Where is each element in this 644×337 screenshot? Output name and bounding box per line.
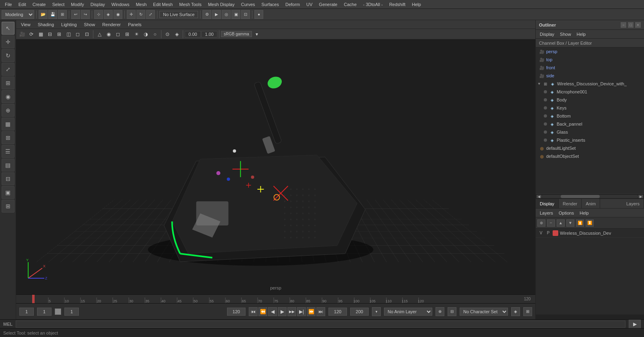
xray-btn[interactable]: ◈ <box>172 30 181 38</box>
view-menu-renderer[interactable]: Renderer <box>99 21 124 28</box>
save-btn[interactable]: 💾 <box>48 10 57 19</box>
outliner-item-body[interactable]: ◈ Body <box>536 96 644 104</box>
layer-icon-btn[interactable]: ⊞ <box>2 200 14 213</box>
layer-down-btn[interactable]: ▼ <box>566 219 574 227</box>
smooth-shade-btn[interactable]: ◉ <box>104 30 113 38</box>
transform-btn[interactable]: ✛ <box>127 10 136 19</box>
mel-run-btn[interactable]: ▶ <box>629 320 641 329</box>
menu-uv[interactable]: UV <box>303 1 316 8</box>
select-tool-btn[interactable]: ⊹ <box>94 10 103 19</box>
menu-redshift[interactable]: Redshift <box>386 1 409 8</box>
end-frame-display[interactable] <box>227 308 246 316</box>
tab-render[interactable]: Render <box>559 199 582 208</box>
title-safe-btn[interactable]: ◻ <box>73 30 82 38</box>
char-set-btn2[interactable]: ⊞ <box>523 307 532 316</box>
layer-up-btn[interactable]: ▲ <box>557 219 565 227</box>
scale-btn[interactable]: ⤢ <box>146 10 155 19</box>
menu-create[interactable]: Create <box>29 1 49 8</box>
save-new-btn[interactable]: ⊞ <box>58 10 67 19</box>
outliner-help-menu[interactable]: Help <box>574 31 588 37</box>
grid-icon-btn[interactable]: ▦ <box>2 118 14 130</box>
outliner-item-lightset[interactable]: ◎ defaultLightSet <box>536 144 644 152</box>
goto-start-btn[interactable]: ⏮ <box>249 307 258 316</box>
menu-edit[interactable]: Edit <box>15 1 29 8</box>
mode-dropdown[interactable]: Modeling Rigging Animation FX Rendering <box>2 10 34 19</box>
layer-row-device[interactable]: V P Wireless_Discussion_Dev <box>536 229 644 238</box>
menu-display[interactable]: Display <box>87 1 108 8</box>
render-view-btn[interactable]: ▣ <box>231 10 240 19</box>
layer-bottom-btn[interactable]: ⏬ <box>586 219 594 227</box>
field-chart-btn[interactable]: ⊡ <box>83 30 91 38</box>
soft-select-icon-btn[interactable]: ◉ <box>2 90 14 103</box>
outliner-item-plastic[interactable]: ◈ Plastic_inserts <box>536 136 644 144</box>
paint-btn[interactable]: ◉ <box>114 10 122 19</box>
input-icon-btn[interactable]: ☰ <box>2 145 14 158</box>
channel-icon-btn[interactable]: ▣ <box>2 186 14 199</box>
snap-icon-btn[interactable]: ⊞ <box>2 131 14 144</box>
ao-btn[interactable]: ○ <box>151 30 159 38</box>
isolate-btn[interactable]: ⊙ <box>163 30 172 38</box>
outliner-item-objectset[interactable]: ◎ defaultObjectSet <box>536 152 644 160</box>
menu-deform[interactable]: Deform <box>282 1 303 8</box>
outliner-show-menu[interactable]: Show <box>557 31 574 37</box>
outliner-maximize-btn[interactable]: □ <box>628 22 634 28</box>
next-frame-btn[interactable]: ⏩ <box>307 307 316 316</box>
menu-select[interactable]: Select <box>49 1 68 8</box>
new-layer-btn[interactable]: ⊕ <box>537 219 545 227</box>
show-manip-icon-btn[interactable]: ⊕ <box>2 104 14 117</box>
view-menu-lighting[interactable]: Lighting <box>58 21 80 28</box>
open-folder-btn[interactable]: 📂 <box>39 10 47 19</box>
tab-layers-label[interactable]: Layers <box>622 199 644 208</box>
outliner-item-glass[interactable]: ◈ Glass <box>536 128 644 136</box>
render-btn[interactable]: ▶ <box>212 10 221 19</box>
frame-tick-input[interactable] <box>64 308 79 316</box>
wire-btn[interactable]: ◻ <box>114 30 122 38</box>
select-icon-btn[interactable]: ↖ <box>2 22 14 35</box>
sync-icon-btn[interactable]: ⟳ <box>27 30 36 38</box>
menu-generate[interactable]: Generate <box>316 1 341 8</box>
menu-edit-mesh[interactable]: Edit Mesh <box>150 1 176 8</box>
view-menu-show[interactable]: Show <box>81 21 99 28</box>
outliner-item-mic[interactable]: ◈ Microphone001 <box>536 88 644 96</box>
outliner-scrollbar[interactable]: ◀ ▶ <box>536 194 644 198</box>
undo-btn[interactable]: ↩ <box>71 10 80 19</box>
ipr-btn[interactable]: ◎ <box>222 10 231 19</box>
view-menu-panels[interactable]: Panels <box>125 21 145 28</box>
redo-btn[interactable]: ↪ <box>81 10 90 19</box>
goto-end-btn[interactable]: ⏭ <box>316 307 325 316</box>
grid-toggle-btn[interactable]: ▦ <box>36 30 45 38</box>
timeline-track[interactable]: 5 10 15 20 25 30 35 <box>32 295 519 303</box>
scroll-left-btn[interactable]: ◀ <box>537 195 541 198</box>
texture-btn[interactable]: ⊞ <box>123 30 132 38</box>
circle-btn[interactable]: ● <box>254 10 263 19</box>
viewport[interactable]: X Y Z persp <box>16 39 535 294</box>
outliner-item-back-panel[interactable]: ◈ Back_pannel <box>536 120 644 128</box>
move-icon-btn[interactable]: ✛ <box>2 35 14 48</box>
char-set-select[interactable]: No Character Set <box>460 308 508 316</box>
outliner-item-persp[interactable]: 🎥 persp <box>536 48 644 56</box>
anim-layer-btn1[interactable]: ⊕ <box>436 307 444 316</box>
outliner-item-keys[interactable]: ◈ Keys <box>536 104 644 112</box>
prev-key-btn[interactable]: ◀ <box>268 307 277 316</box>
rotate-btn[interactable]: ↻ <box>136 10 145 19</box>
layer-menu-layers[interactable]: Layers <box>537 210 555 216</box>
outliner-item-top[interactable]: 🎥 top <box>536 56 644 64</box>
next-key-btn[interactable]: ▶| <box>297 307 306 316</box>
menu-mesh-display[interactable]: Mesh Display <box>205 1 238 8</box>
view-menu-view[interactable]: View <box>18 21 34 28</box>
tab-display[interactable]: Display <box>536 199 559 208</box>
scale-icon-btn[interactable]: ⤢ <box>2 63 14 76</box>
camera-icon-btn[interactable]: 🎥 <box>18 30 27 38</box>
play-btn[interactable]: ▶ <box>278 307 287 316</box>
rotate-icon-btn[interactable]: ↻ <box>2 49 14 62</box>
menu-mesh-tools[interactable]: Mesh Tools <box>176 1 204 8</box>
tab-anim[interactable]: Anim <box>582 199 600 208</box>
render-settings-btn[interactable]: ⚙ <box>202 10 211 19</box>
start-frame-input[interactable] <box>19 308 34 316</box>
menu-mesh[interactable]: Mesh <box>132 1 150 8</box>
outliner-display-menu[interactable]: Display <box>537 31 557 37</box>
delete-layer-btn[interactable]: − <box>547 219 555 227</box>
range-end2-display[interactable] <box>350 308 369 316</box>
layer-menu-help[interactable]: Help <box>577 210 591 216</box>
poly-faces-btn[interactable]: △ <box>95 30 104 38</box>
